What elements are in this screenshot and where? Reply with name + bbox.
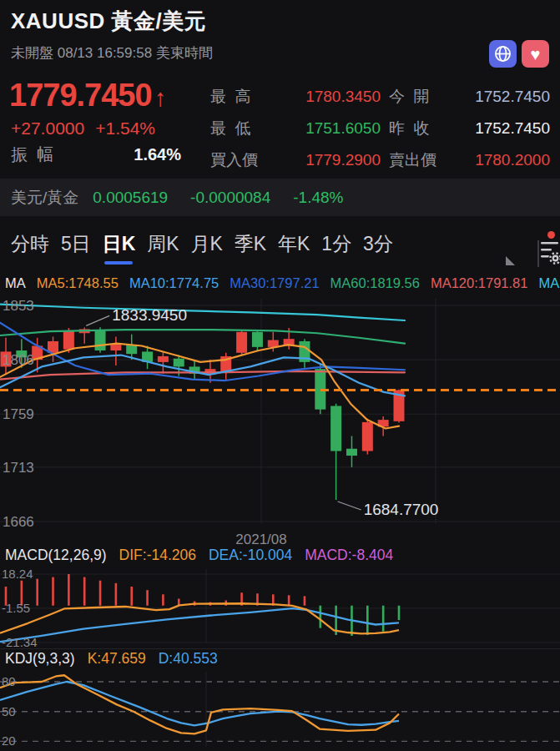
quote-column-1: 最 高1780.3450最 低1751.6050買入價1779.2900 [210, 81, 381, 176]
inverse-pair-value: 0.0005619 [93, 189, 168, 207]
annotation-line [86, 315, 109, 325]
indicator-legend-item: K:47.659 [88, 650, 146, 668]
tab-周K[interactable]: 周K [147, 231, 179, 264]
macd-histogram-bar [320, 606, 322, 628]
ma-legend-item: MA5:1748.55 [37, 275, 119, 291]
y-axis-tick-label: 1759 [3, 406, 34, 422]
inverse-pair-value: -1.48% [293, 189, 343, 207]
quote-label: 今 開 [389, 86, 430, 108]
candle-body [330, 406, 341, 451]
market-status-line: 未開盤 08/13 16:59:58 美東時間 [11, 43, 213, 63]
annotation-text: 1833.9450 [112, 306, 187, 324]
indicator-settings-button[interactable] [541, 239, 560, 265]
tab-季K[interactable]: 季K [235, 231, 266, 264]
globe-icon [493, 44, 512, 63]
macd-histogram-bar [99, 581, 102, 606]
ma-legend-item: MA250:1834.20 [538, 275, 560, 291]
globe-button[interactable] [489, 40, 517, 68]
ma-legend-row: MA MA5:1748.55MA10:1774.75MA30:1797.21MA… [5, 275, 560, 291]
macd-histogram-bar [382, 606, 385, 632]
quote-value: 1751.6050 [305, 119, 381, 138]
macd-histogram-bar [146, 590, 149, 606]
kdj-tick-label: 20 [2, 733, 16, 748]
trading-app-screen: XAUUSD 黃金/美元 未開盤 08/13 16:59:58 美東時間 ♥ 1… [0, 0, 560, 751]
tab-分時[interactable]: 分時 [11, 231, 49, 264]
macd-tick-label: -21.34 [2, 635, 38, 648]
quote-label: 買入價 [210, 149, 258, 171]
macd-histogram-bar [83, 577, 86, 606]
active-tab-underline [104, 261, 133, 265]
macd-histogram-bar [366, 606, 369, 635]
quote-value: 1779.2900 [305, 151, 381, 169]
inverse-pair-values: 0.0005619-0.0000084-1.48% [93, 189, 343, 207]
ma-line-MA250 [0, 305, 405, 320]
candle-body [362, 422, 373, 451]
indicator-legend-item: D:40.553 [159, 650, 218, 668]
macd-histogram-bar [68, 574, 70, 606]
tab-月K[interactable]: 月K [191, 231, 223, 264]
macd-tick-label: -1.55 [2, 601, 30, 615]
macd-histogram-bar [162, 594, 164, 605]
candle-body [252, 332, 263, 347]
ma-line-MA60 [0, 330, 405, 344]
quote-row: 最 高1780.3450 [210, 81, 381, 113]
quote-label: 賣出價 [389, 149, 436, 171]
inverse-pair-value: -0.0000084 [190, 189, 270, 207]
y-axis-tick-label: 1666 [3, 514, 34, 529]
candle-body [174, 359, 184, 367]
y-axis-tick-label: 1853 [3, 298, 34, 314]
candle-body [95, 330, 106, 350]
macd-histogram-bar [304, 596, 306, 605]
last-price: 1779.7450↑ [9, 78, 166, 113]
kdj-indicator-name: KDJ(9,3,3) [5, 650, 75, 668]
inverse-pair-row[interactable]: 美元/黃金 0.0005619-0.0000084-1.48% [0, 179, 560, 216]
favorite-button[interactable]: ♥ [522, 40, 549, 68]
kdj-header[interactable]: KDJ(9,3,3) K:47.659D:40.553 [5, 650, 218, 668]
y-axis-tick-label: 1713 [3, 460, 34, 476]
more-periods-triangle-icon[interactable] [506, 256, 515, 265]
candle-body [236, 332, 247, 353]
quote-value: 1752.7450 [475, 88, 550, 106]
quote-value: 1752.7450 [475, 119, 550, 138]
dea-line [0, 608, 399, 642]
amplitude-value: 1.64% [134, 145, 181, 164]
tab-3分[interactable]: 3分 [363, 231, 393, 264]
annotation-line [338, 502, 361, 510]
tab-日K[interactable]: 日K [103, 231, 136, 264]
ma-legend-item: MA120:1791.81 [431, 275, 528, 291]
inverse-pair-label: 美元/黃金 [11, 187, 78, 209]
ma-legend-item: MA30:1797.21 [230, 275, 319, 291]
indicator-legend-item: MACD:-8.404 [305, 547, 393, 564]
tab-年K[interactable]: 年K [278, 231, 310, 264]
macd-indicator-name: MACD(12,26,9) [5, 547, 107, 564]
macd-header[interactable]: MACD(12,26,9) DIF:-14.206DEA:-10.004MACD… [5, 547, 393, 564]
macd-tick-label: 18.24 [2, 567, 33, 581]
y-axis-tick-label: 1806 [3, 352, 34, 368]
candle-body [110, 345, 121, 350]
amplitude-row: 振 幅 1.64% [11, 144, 181, 166]
kdj-chart-canvas[interactable]: 805020 [0, 668, 560, 750]
kdj-tick-label: 50 [2, 704, 16, 718]
kdj-tick-label: 80 [2, 674, 16, 688]
candle-body [346, 449, 357, 456]
main-chart-canvas[interactable]: 1833.94501684.770018531806175917131666 [0, 294, 560, 529]
candle-body [63, 330, 74, 349]
indicator-settings-icon [541, 239, 560, 265]
macd-histogram-bar [288, 595, 290, 605]
price-up-arrow-icon: ↑ [154, 84, 167, 111]
quote-row: 今 開1752.7450 [389, 81, 550, 113]
x-axis-month-label: 2021/08 [0, 532, 522, 548]
macd-chart-canvas[interactable]: 18.24-1.55-21.34 [0, 566, 560, 648]
amplitude-label: 振 幅 [11, 144, 53, 166]
macd-histogram-bar [130, 587, 133, 606]
macd-histogram-bar [52, 577, 54, 606]
tab-1分[interactable]: 1分 [321, 231, 351, 264]
heart-icon: ♥ [531, 46, 541, 63]
candle-body [158, 356, 169, 362]
tab-5日[interactable]: 5日 [61, 231, 91, 264]
quote-row: 昨 收1752.7450 [389, 113, 550, 144]
quote-row: 賣出價1780.2000 [389, 144, 550, 176]
quote-column-2: 今 開1752.7450昨 收1752.7450賣出價1780.2000 [389, 81, 550, 176]
quote-value: 1780.3450 [305, 88, 381, 106]
indicator-legend-item: DIF:-14.206 [119, 547, 196, 564]
